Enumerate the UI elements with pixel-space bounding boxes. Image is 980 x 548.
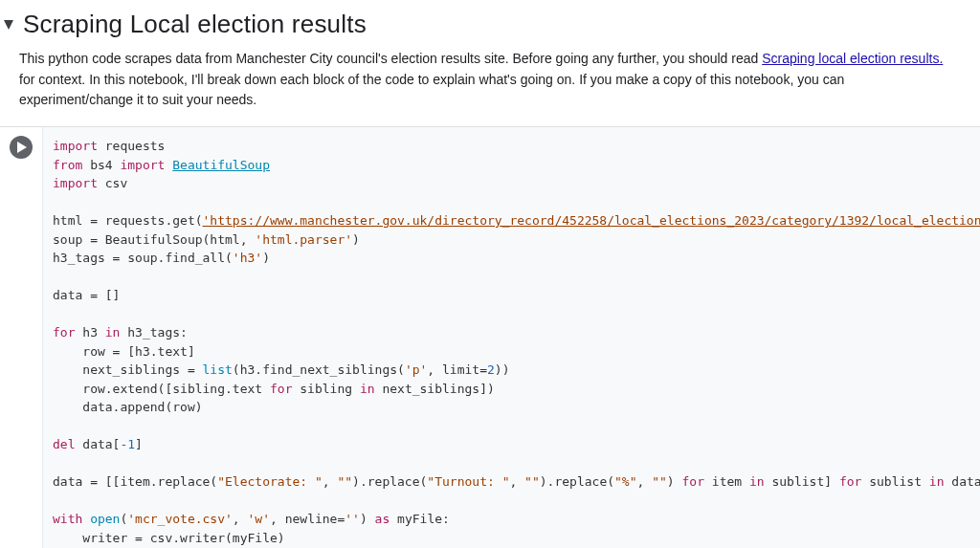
section-title: Scraping Local election results bbox=[23, 10, 367, 39]
intro-text-before: This python code scrapes data from Manch… bbox=[19, 51, 762, 66]
intro-link[interactable]: Scraping local election results. bbox=[762, 51, 943, 66]
intro-text-after: for context. In this notebook, I'll brea… bbox=[19, 72, 844, 108]
cell-gutter bbox=[0, 127, 42, 548]
section-header: Scraping Local election results bbox=[0, 4, 980, 49]
svg-marker-3 bbox=[17, 142, 27, 153]
intro-paragraph: This python code scrapes data from Manch… bbox=[0, 49, 980, 124]
run-cell-button[interactable] bbox=[10, 136, 33, 159]
code-cell: ⋮ import requests from bs4 import Beauti… bbox=[0, 126, 980, 548]
svg-marker-0 bbox=[4, 20, 13, 30]
code-editor[interactable]: import requests from bs4 import Beautifu… bbox=[42, 127, 980, 548]
collapse-chevron-icon[interactable] bbox=[4, 20, 13, 30]
notebook-root: Scraping Local election results This pyt… bbox=[0, 0, 980, 548]
